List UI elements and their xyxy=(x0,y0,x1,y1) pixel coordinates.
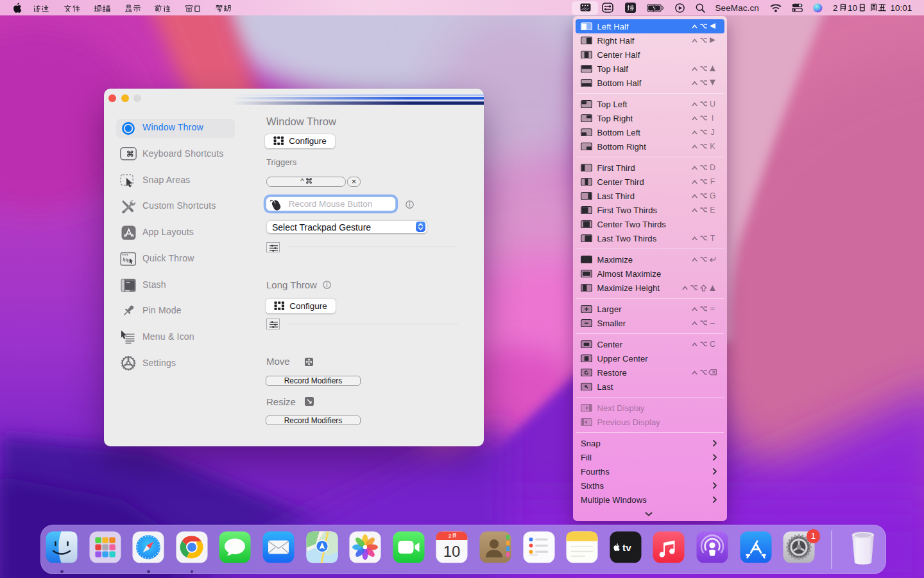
svg-text:2: 2 xyxy=(449,533,452,539)
svg-text:tv: tv xyxy=(622,542,631,553)
svg-text:10: 10 xyxy=(443,543,461,560)
